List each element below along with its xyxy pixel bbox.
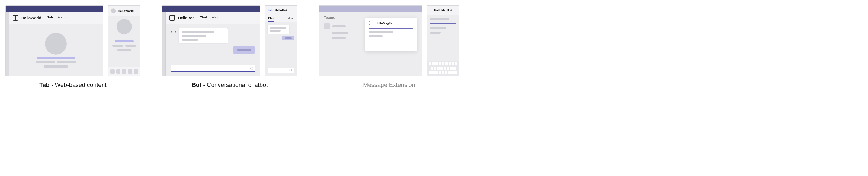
- send-icon[interactable]: [250, 67, 253, 70]
- teams-sidebar: Teams: [324, 16, 351, 72]
- tab-chat[interactable]: Chat: [268, 17, 274, 22]
- nav-item[interactable]: [111, 69, 115, 74]
- key[interactable]: [429, 71, 435, 74]
- tab-about[interactable]: About: [58, 15, 66, 22]
- list-item[interactable]: [324, 23, 351, 29]
- bot-message-card: [268, 25, 289, 34]
- svg-point-3: [270, 10, 271, 10]
- left-rail: [6, 12, 9, 24]
- compose-input[interactable]: [268, 68, 294, 73]
- key[interactable]: [452, 62, 454, 66]
- placeholder-row: [36, 61, 76, 63]
- tab-row: HelloWorld Tab About: [5, 5, 141, 76]
- popup-header: HelloMsgExt: [369, 21, 413, 25]
- back-icon[interactable]: ‹: [430, 8, 431, 12]
- tab-tab[interactable]: Tab: [48, 15, 53, 22]
- placeholder-line: [430, 18, 449, 20]
- key[interactable]: [437, 67, 439, 70]
- msgext-body: Teams HelloMsgExt: [319, 12, 422, 76]
- app-header: HelloWorld Tab About: [6, 12, 103, 24]
- mobile-header: HelloWorld: [108, 6, 140, 16]
- compose-input[interactable]: [170, 66, 255, 72]
- key[interactable]: [448, 71, 451, 74]
- key[interactable]: [445, 71, 447, 74]
- bot-message-card: [179, 28, 227, 44]
- bot-group: HelloBot Chat About: [162, 5, 297, 89]
- key[interactable]: [455, 62, 458, 66]
- key[interactable]: [448, 62, 451, 66]
- window-titlebar: [162, 6, 259, 12]
- key[interactable]: [447, 67, 449, 70]
- chat-area: [166, 24, 259, 76]
- nav-item[interactable]: [134, 69, 138, 74]
- caption-bold: Bot: [191, 81, 202, 88]
- mobile-title: HelloWorld: [118, 9, 134, 12]
- bot-body: [162, 24, 259, 76]
- mobile-keyboard[interactable]: [427, 60, 459, 76]
- tab-more[interactable]: More: [287, 17, 294, 22]
- placeholder-line: [44, 66, 68, 68]
- app-icon: [169, 15, 175, 21]
- popup-title: HelloMsgExt: [376, 22, 394, 25]
- keyboard-row: [429, 62, 458, 66]
- placeholder-line: [369, 35, 383, 37]
- tab-about[interactable]: About: [212, 15, 220, 22]
- tab-chat[interactable]: Chat: [200, 15, 207, 22]
- svg-point-2: [270, 10, 270, 10]
- bot-message-row: [170, 28, 255, 44]
- bot-row: HelloBot Chat About: [162, 5, 297, 76]
- key[interactable]: [439, 71, 441, 74]
- mobile-chat-body: [265, 22, 297, 76]
- svg-point-0: [173, 31, 173, 32]
- tab-desktop-window: HelloWorld Tab About: [5, 5, 103, 76]
- bot-icon: [268, 8, 273, 12]
- key[interactable]: [445, 62, 448, 66]
- placeholder-line: [332, 32, 348, 34]
- key[interactable]: [429, 62, 431, 66]
- msgext-row: Teams HelloMsgExt: [319, 5, 459, 76]
- nav-item[interactable]: [116, 69, 121, 74]
- placeholder-line: [182, 35, 206, 37]
- msgext-caption: Message Extension: [363, 81, 415, 89]
- mobile-header: ‹ HelloMsgExt: [427, 6, 459, 15]
- key[interactable]: [452, 71, 458, 74]
- bot-mobile-window: HelloBot Chat More: [265, 5, 297, 76]
- placeholder-line: [332, 37, 346, 39]
- key[interactable]: [442, 71, 444, 74]
- divider: [430, 23, 456, 24]
- placeholder-line: [270, 30, 281, 31]
- key[interactable]: [454, 67, 456, 70]
- key[interactable]: [439, 62, 441, 66]
- key[interactable]: [442, 62, 444, 66]
- placeholder-line: [125, 45, 136, 47]
- left-rail-body: [162, 24, 166, 76]
- mobile-bottom-nav: [108, 67, 140, 76]
- key[interactable]: [440, 67, 443, 70]
- key[interactable]: [450, 67, 453, 70]
- key[interactable]: [444, 67, 446, 70]
- placeholder-line: [112, 45, 123, 47]
- mobile-tab-strip: Chat More: [265, 15, 297, 22]
- msgext-group: Teams HelloMsgExt: [319, 5, 459, 89]
- nav-item[interactable]: [122, 69, 126, 74]
- keyboard-row: [429, 71, 458, 74]
- key[interactable]: [435, 71, 438, 74]
- placeholder-line: [430, 27, 446, 29]
- window-titlebar: [319, 6, 422, 12]
- key[interactable]: [435, 62, 438, 66]
- key[interactable]: [434, 67, 436, 70]
- placeholder-line: [182, 39, 198, 41]
- placeholder-line: [332, 25, 346, 27]
- send-icon[interactable]: [289, 69, 292, 72]
- svg-point-1: [174, 31, 174, 32]
- key[interactable]: [431, 67, 433, 70]
- app-header-inner: HelloWorld Tab About: [9, 12, 103, 24]
- app-header: HelloBot Chat About: [162, 12, 259, 24]
- window-titlebar: [6, 6, 103, 12]
- key[interactable]: [432, 62, 435, 66]
- placeholder-line: [430, 31, 441, 34]
- left-rail-body: [6, 24, 9, 76]
- placeholder-line: [237, 49, 251, 51]
- nav-item[interactable]: [128, 69, 132, 74]
- tab-strip: Tab About: [48, 15, 66, 22]
